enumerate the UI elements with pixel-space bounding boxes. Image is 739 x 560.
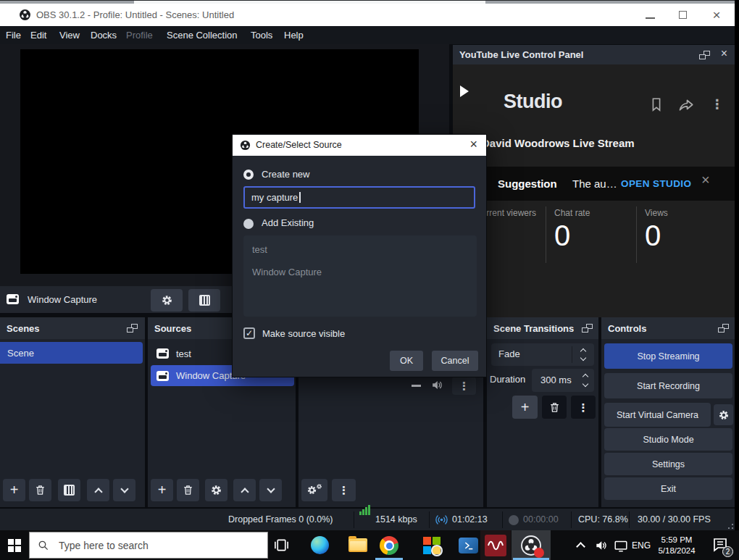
taskbar-search[interactable] [29,532,268,559]
edge-icon[interactable] [311,536,329,554]
existing-source-item[interactable]: test [243,235,477,258]
clock[interactable]: 5:59 PM 5/18/2024 [654,535,699,556]
volume-icon[interactable] [594,538,609,553]
menu-edit[interactable]: Edit [30,30,46,41]
source-properties-button[interactable] [151,289,183,312]
scene-up-button[interactable] [87,479,109,501]
duration-spinbox[interactable]: 300 ms [532,369,594,392]
minimize-button[interactable] [633,4,667,26]
maximize-button[interactable] [667,4,700,26]
remove-scene-button[interactable] [29,479,51,501]
transition-menu-button[interactable]: ⋮ [571,396,596,419]
existing-sources-list[interactable]: test Window Capture [243,235,477,317]
share-icon[interactable] [677,96,695,114]
dock-close-icon[interactable]: × [721,47,727,60]
studio-mode-button[interactable]: Studio Mode [604,428,732,451]
windows-tool-icon[interactable] [423,537,441,554]
add-transition-button[interactable]: + [512,396,538,419]
virtual-camera-config-button[interactable] [714,404,733,425]
settings-button[interactable]: Settings [604,453,732,475]
start-recording-button[interactable]: Start Recording [604,373,732,398]
resize-grip[interactable] [725,520,733,529]
make-visible-label[interactable]: Make source visible [262,328,345,339]
network-icon[interactable] [613,538,629,553]
source-properties-button[interactable] [205,479,227,501]
menu-tools[interactable]: Tools [251,30,272,41]
notification-badge: 2 [722,546,733,557]
source-name-input[interactable]: my capture [243,186,475,209]
menu-profile[interactable]: Profile [126,30,153,41]
scene-filters-button[interactable] [58,479,80,501]
task-view-icon[interactable] [273,537,290,553]
menu-scene-collection[interactable]: Scene Collection [167,30,238,41]
scene-item[interactable]: Scene [0,342,143,364]
suggestion-close-icon[interactable]: × [701,172,710,188]
menu-help[interactable]: Help [284,30,304,41]
create-select-source-dialog: Create/Select Source × Create new my cap… [232,134,487,377]
tray-expand-icon[interactable] [576,542,585,551]
language-indicator[interactable]: ENG [632,540,651,551]
stat-divider [546,206,546,263]
transition-select[interactable]: Fade [491,343,594,366]
transitions-popout-icon[interactable] [582,324,593,333]
spin-up-icon[interactable] [583,374,588,380]
notification-center-icon[interactable]: 2 [711,537,730,554]
desktop: OBS 30.1.2 - Profile: Untitled - Scenes:… [0,0,739,560]
source-down-button[interactable] [259,479,282,501]
obs-taskbar-tile[interactable] [512,530,551,560]
exit-button[interactable]: Exit [604,477,732,500]
add-source-button[interactable]: + [151,479,173,501]
controls-header: Controls [601,317,735,339]
chevron-down-icon [580,355,586,361]
menu-view[interactable]: View [59,30,80,41]
search-input[interactable] [57,539,260,552]
cpu-usage: CPU: 76.8% [578,514,628,525]
dock-popout-icon[interactable] [699,51,710,59]
youtube-menu-icon[interactable]: ⋮ [711,98,724,111]
cancel-button[interactable]: Cancel [432,351,478,371]
mixer-row-menu-button[interactable]: ⋮ [452,377,476,395]
bookmark-icon[interactable] [648,96,664,112]
make-visible-checkbox[interactable]: ✓ [243,327,255,339]
ok-button[interactable]: OK [390,351,423,371]
add-existing-label[interactable]: Add Existing [262,217,314,228]
source-up-button[interactable] [233,479,256,501]
existing-source-item[interactable]: Window Capture [243,258,477,280]
add-scene-button[interactable]: + [3,479,25,501]
remove-source-button[interactable] [177,479,199,501]
menu-file[interactable]: File [6,30,21,41]
mixer-menu-button[interactable]: ⋮ [332,479,356,501]
add-existing-radio[interactable] [243,219,254,229]
youtube-dock-header[interactable]: YouTube Live Control Panel × [453,45,735,64]
dialog-close-icon[interactable]: × [469,137,477,152]
menu-docks[interactable]: Docks [91,30,117,41]
duration-value: 300 ms [540,375,572,385]
volume-slider-end[interactable] [412,385,421,387]
create-new-label[interactable]: Create new [262,169,309,180]
plus-icon: + [158,482,167,498]
open-studio-link[interactable]: OPEN STUDIO [621,178,691,189]
chrome-icon[interactable] [380,536,398,555]
transition-value: Fade [498,348,520,359]
source-filters-button[interactable] [188,289,220,312]
stop-streaming-button[interactable]: Stop Streaming [604,343,732,369]
stats-row: Current viewers Chat rate 0 Views 0 [453,201,735,273]
advanced-audio-button[interactable] [301,479,327,501]
dialog-title-bar[interactable]: Create/Select Source × [233,135,486,156]
start-virtual-camera-button[interactable]: Start Virtual Camera [604,403,711,427]
remove-transition-button[interactable] [542,396,567,419]
window-close-button[interactable]: × [700,4,733,26]
scene-down-button[interactable] [113,479,135,501]
spin-down-icon[interactable] [583,381,588,387]
mute-speaker-icon[interactable] [430,378,444,392]
file-explorer-icon[interactable] [348,538,367,552]
scenes-popout-icon[interactable] [127,324,138,333]
divider [429,511,430,528]
powershell-icon[interactable] [459,538,478,553]
audacity-tile[interactable] [480,530,511,560]
youtube-brand[interactable]: Studio [504,91,562,113]
window-capture-icon [7,294,19,304]
controls-popout-icon[interactable] [718,324,729,333]
create-new-radio[interactable] [243,170,254,180]
start-button[interactable] [8,539,21,552]
